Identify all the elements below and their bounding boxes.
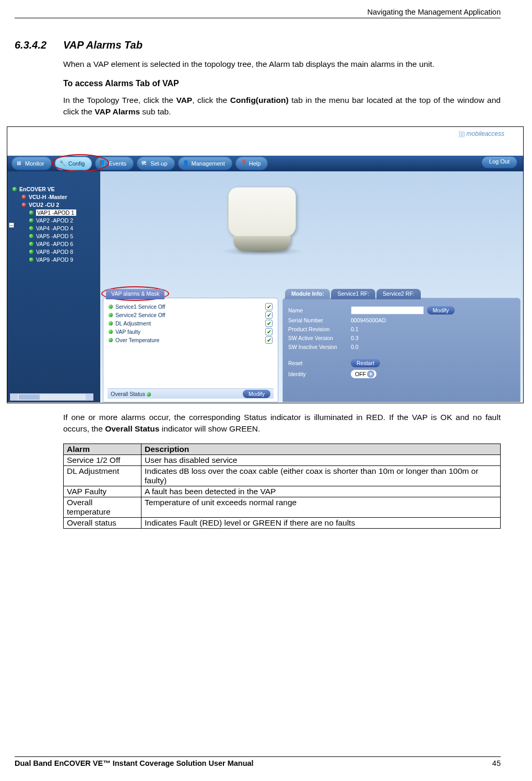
serial-value: 000945000AD — [351, 317, 386, 323]
tree-vcu2[interactable]: VCU2 -CU 2 — [20, 201, 97, 208]
status-dot-icon — [29, 250, 33, 254]
monitor-icon: 🖥 — [16, 160, 23, 167]
alarms-table: AlarmDescription Service 1/2 OffUser has… — [63, 444, 501, 529]
table-cell: VAP Faulty — [64, 486, 141, 497]
alarms-subtab[interactable]: VAP alarms & Mask — [106, 289, 164, 299]
tab-events[interactable]: 📘Events — [95, 157, 134, 170]
status-dot-icon — [29, 258, 33, 262]
table-cell: A fault has been detected in the VAP — [141, 486, 501, 497]
brand-logo: )))) mobileaccess — [458, 130, 504, 137]
tree-vap2[interactable]: VAP2 -APOD 2 — [27, 216, 97, 224]
text-bold: VAP — [176, 96, 192, 104]
text-bold: VAP Alarms — [94, 107, 140, 116]
footer-title: Dual Band EnCOVER VE™ Instant Coverage S… — [15, 759, 254, 767]
tab-help[interactable]: ❓Help — [235, 157, 268, 170]
table-cell: DL Adjustment — [64, 465, 141, 486]
status-dot-icon — [22, 195, 26, 199]
alarm-checkbox[interactable]: ✔ — [265, 328, 273, 335]
alarm-row: Service1 Service Off✔ — [108, 302, 274, 311]
collapse-icon[interactable]: – — [9, 223, 14, 228]
th-description: Description — [141, 444, 501, 454]
table-cell: Indicates Fault (RED) level or GREEN if … — [141, 517, 501, 528]
status-dot-icon — [22, 203, 26, 207]
running-header: Navigating the Management Application — [15, 8, 501, 16]
arrow-left-icon[interactable] — [10, 394, 18, 400]
status-dot-icon — [109, 321, 113, 325]
status-dot-icon — [29, 226, 33, 230]
table-cell: Service 1/2 Off — [64, 454, 141, 465]
alarms-panel: VAP alarms & Mask Service1 Service Off✔ … — [103, 298, 278, 402]
module-info-panel: Module Info: Service1 RF: Service2 RF: N… — [282, 298, 521, 402]
product-rev-value: 0.1 — [351, 326, 359, 332]
table-cell: Overall status — [64, 517, 141, 528]
status-dot-icon — [109, 305, 113, 309]
sw-active-value: 0.3 — [351, 335, 359, 341]
header-rule — [15, 18, 501, 18]
table-cell: User has disabled service — [141, 454, 501, 465]
tree-vap1[interactable]: VAP1 -APOD 1 — [27, 208, 97, 216]
tab-monitor[interactable]: 🖥Monitor — [11, 157, 52, 170]
identity-dropdown[interactable]: OFF▾ — [351, 370, 376, 378]
alarm-row: Service2 Service Off✔ — [108, 311, 274, 319]
topology-tree: EnCOVER VE VCU-H -Master VCU2 -CU 2 – VA… — [7, 171, 100, 402]
modify-button[interactable]: Modify — [427, 306, 455, 314]
tab-service1-rf[interactable]: Service1 RF: — [331, 289, 375, 299]
section-heading: 6.3.4.2VAP Alarms Tab — [15, 39, 501, 51]
user-icon: 👤 — [182, 160, 190, 167]
alarm-checkbox[interactable]: ✔ — [265, 311, 273, 319]
wrench-icon: 🔧 — [59, 160, 66, 167]
page-number: 45 — [492, 759, 501, 767]
tree-vcu-master[interactable]: VCU-H -Master — [20, 193, 97, 201]
paragraph-3: If one or more alarms occur, the corresp… — [63, 412, 501, 434]
th-alarm: Alarm — [64, 444, 141, 454]
name-input[interactable] — [351, 306, 424, 314]
tab-setup[interactable]: 🛠Set-up — [137, 157, 174, 170]
modify-button[interactable]: Modify — [243, 390, 270, 398]
scroll-thumb[interactable] — [19, 394, 40, 400]
product-rev-label: Product Revision — [288, 326, 351, 332]
sw-inactive-label: SW Inactive Version — [288, 344, 351, 350]
alarm-checkbox[interactable]: ✔ — [265, 303, 273, 310]
tab-management[interactable]: 👤Management — [178, 157, 232, 170]
chevron-down-icon: ▾ — [367, 370, 374, 378]
alarm-row: VAP faulty✔ — [108, 328, 274, 336]
tree-vap4[interactable]: VAP4 -APOD 4 — [27, 224, 97, 232]
arrow-right-icon[interactable] — [86, 394, 93, 400]
reset-label: Reset — [288, 360, 351, 366]
tree-vap5[interactable]: VAP5 -APOD 5 — [27, 232, 97, 240]
book-icon: 📘 — [99, 160, 107, 167]
status-dot-icon — [147, 392, 151, 397]
tab-module-info[interactable]: Module Info: — [285, 289, 330, 299]
text: In the Topology Tree, click the — [63, 96, 176, 104]
section-title: VAP Alarms Tab — [63, 39, 143, 51]
tree-vap8[interactable]: VAP8 -APOD 8 — [27, 248, 97, 255]
tools-icon: 🛠 — [141, 160, 148, 167]
table-cell: Indicates dB loss over the coax cable (e… — [141, 465, 501, 486]
tab-service2-rf[interactable]: Service2 RF: — [376, 289, 421, 299]
help-icon: ❓ — [240, 160, 247, 167]
status-dot-icon — [109, 330, 113, 334]
scrollbar[interactable] — [10, 393, 93, 401]
tab-config[interactable]: 🔧Config — [55, 157, 92, 170]
device-illustration — [215, 184, 309, 267]
alarm-checkbox[interactable]: ✔ — [265, 320, 273, 327]
menu-bar: 🖥Monitor 🔧Config 📘Events 🛠Set-up 👤Manage… — [7, 156, 523, 171]
logout-button[interactable]: Log Out — [482, 157, 517, 168]
restart-button[interactable]: Restart — [351, 359, 380, 367]
alarm-checkbox[interactable]: ✔ — [265, 336, 273, 344]
page-footer: Dual Band EnCOVER VE™ Instant Coverage S… — [15, 756, 501, 767]
subheading: To access Alarms Tab of VAP — [63, 79, 501, 88]
overall-status-bar: Overall Status Modify — [108, 388, 274, 399]
text-bold: Config(uration) — [230, 96, 289, 104]
text: sub tab. — [140, 107, 171, 116]
tree-root[interactable]: EnCOVER VE — [10, 185, 97, 193]
brand-bar: )))) mobileaccess — [7, 127, 523, 156]
status-dot-icon — [29, 242, 33, 246]
serial-label: Serial Number — [288, 317, 351, 323]
section-number: 6.3.4.2 — [15, 39, 63, 51]
table-cell: Overall temperature — [64, 497, 141, 517]
tree-vap6[interactable]: VAP6 -APOD 6 — [27, 240, 97, 248]
text: , click the — [192, 96, 230, 104]
status-dot-icon — [29, 211, 33, 215]
tree-vap9[interactable]: VAP9 -APOD 9 — [27, 255, 97, 263]
